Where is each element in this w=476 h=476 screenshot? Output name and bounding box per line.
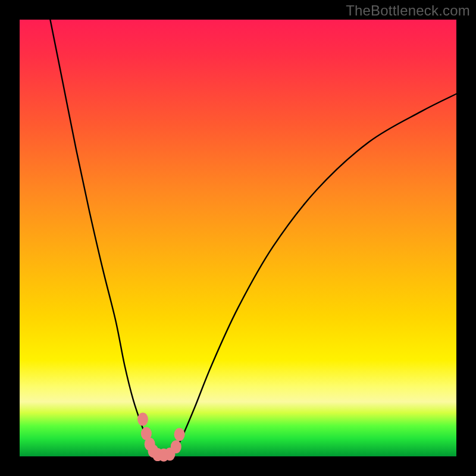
right-branch-path: [173, 94, 456, 456]
watermark-text: TheBottleneck.com: [346, 2, 470, 19]
chart-svg: [20, 20, 456, 456]
outer-frame: TheBottleneck.com: [0, 0, 476, 476]
highlight-dot: [171, 440, 181, 453]
highlight-dot: [174, 428, 185, 441]
left-branch-curve: [50, 20, 157, 456]
highlight-dot: [137, 413, 148, 426]
left-branch-path: [50, 20, 157, 456]
highlight-markers: [137, 413, 185, 462]
right-branch-curve: [173, 94, 456, 456]
